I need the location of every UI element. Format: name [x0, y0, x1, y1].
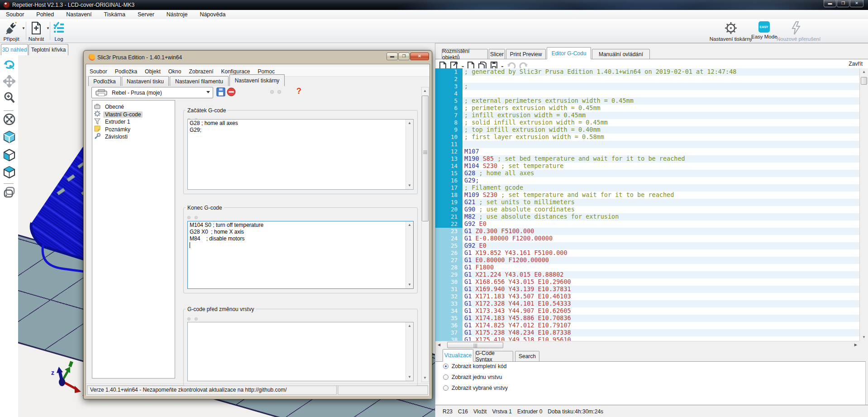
tab-g-code-syntax[interactable]: G-Code Syntax: [475, 351, 513, 362]
iso-view-icon[interactable]: [3, 131, 15, 143]
category-obecn-[interactable]: Obecné: [94, 103, 126, 110]
slic3r-logo-icon: [89, 54, 95, 61]
category-z-vislosti[interactable]: Závislosti: [94, 133, 129, 140]
gcode-textarea[interactable]: M104 S0 ; turn off temperature G28 X0 ; …: [187, 221, 414, 289]
slic3r-tab-nastaven-tisku[interactable]: Nastavení tisku: [122, 76, 169, 86]
log-icon: [52, 21, 65, 35]
slic3r-menu-podložka[interactable]: Podložka: [115, 68, 137, 75]
gcode-textarea[interactable]: G28 ; home all axes G29;▲▼: [187, 119, 414, 190]
rotate-icon[interactable]: [3, 59, 15, 71]
editor-vertical-scrollbar[interactable]: ▲ ▼: [859, 68, 868, 341]
front-view-icon[interactable]: [3, 149, 15, 161]
slic3r-menu-soubor[interactable]: Soubor: [90, 68, 107, 75]
slic3r-menu-objekt[interactable]: Objekt: [145, 68, 161, 75]
connect-button[interactable]: Připojit: [2, 21, 21, 42]
tab-slicer[interactable]: Slicer: [489, 49, 505, 59]
fit-view-icon[interactable]: [3, 113, 15, 125]
settings-category-list[interactable]: ObecnéVlastní G-codeExtruder 1PoznámkyZá…: [92, 100, 175, 379]
slic3r-tab-nastaven-filamentu[interactable]: Nastavení filamentu: [170, 76, 229, 86]
upload-dropdown-arrow[interactable]: ▼: [46, 26, 50, 30]
tab-temperature-curve[interactable]: Teplotní křivka: [29, 44, 68, 55]
menu-item-nástroje[interactable]: Nástroje: [167, 11, 188, 18]
menu-item-soubor[interactable]: Soubor: [6, 11, 24, 18]
radio-zobrazit-kompletn-k-d[interactable]: Zobrazit kompletní kód: [443, 363, 506, 369]
menu-item-nápověda[interactable]: Nápověda: [200, 11, 225, 18]
category-pozn-mky[interactable]: Poznámky: [94, 126, 132, 133]
scroll-right-icon[interactable]: ▶: [854, 343, 857, 347]
slic3r-tab-nastaven-tisk-rny[interactable]: Nastavení tiskárny: [229, 74, 285, 86]
minimize-button[interactable]: ▬: [824, 0, 836, 7]
main-toolbar: Připojit ▼ Nahrát ▼ Log: [0, 19, 868, 43]
funnel-icon: [94, 118, 100, 126]
tab-print-preview[interactable]: Print Preview: [506, 49, 546, 59]
wrench-icon: [94, 133, 100, 141]
tab-3d-view[interactable]: 3D náhled: [1, 44, 28, 55]
code-line: 36G1 X174.825 Y47.012 E10.79107: [435, 322, 859, 329]
printer-settings-button[interactable]: Nastavení tiskárny: [708, 21, 754, 42]
code-line: 25G92 E0: [435, 242, 859, 249]
log-button[interactable]: Log: [51, 21, 67, 42]
printer-preset-select[interactable]: Rebel - Prusa (moje): [91, 87, 213, 98]
code-line: 20G90 ; use absolute coordinates: [435, 206, 859, 213]
slic3r-minimize-button[interactable]: ▬: [386, 53, 398, 60]
help-icon[interactable]: ?: [296, 86, 301, 96]
radio-zobrazit-jednu-vrstvu[interactable]: Zobrazit jednu vrstvu: [443, 374, 502, 380]
slic3r-menu-konfigurace[interactable]: Konfigurace: [221, 68, 250, 75]
tab-manu-ln-ovl-d-n-[interactable]: Manuální ovládání: [592, 49, 650, 59]
emergency-stop-button: Nouzové přerušení: [777, 21, 816, 42]
code-line: 11: [435, 141, 859, 148]
code-line: 16G29;: [435, 177, 859, 184]
menu-item-tiskárna[interactable]: Tiskárna: [104, 11, 125, 18]
radio-zobrazit-vybran-vrstvy[interactable]: Zobrazit vybrané vrstvy: [443, 385, 508, 391]
upload-button[interactable]: Nahrát: [27, 21, 45, 42]
category-vlastn-g-code[interactable]: Vlastní G-code: [94, 111, 143, 118]
tab-rozm-st-n-objekt-[interactable]: Rozmístění objektů: [442, 49, 488, 59]
lightning-icon: [791, 21, 801, 35]
group-dots: [187, 213, 202, 221]
category-extruder-1[interactable]: Extruder 1: [94, 118, 132, 125]
menu-item-server[interactable]: Server: [138, 11, 154, 18]
menu-item-pohled[interactable]: Pohled: [36, 11, 54, 18]
scroll-up-icon[interactable]: ▲: [861, 69, 867, 75]
tab-vizualizace[interactable]: Vizualizace: [443, 349, 473, 362]
gear-icon: [724, 21, 738, 35]
delete-preset-icon[interactable]: [227, 87, 236, 96]
code-line: 14M104 S230 ; set temperature: [435, 163, 859, 170]
gcode-editor[interactable]: 1; generated by Slic3r Prusa Edition 1.4…: [435, 68, 859, 341]
editor-horizontal-scrollbar[interactable]: ◀ ▶: [435, 341, 859, 349]
layers-icon[interactable]: [3, 186, 15, 198]
slic3r-menu-zobrazení[interactable]: Zobrazení: [189, 68, 213, 75]
connect-dropdown-arrow[interactable]: ▼: [22, 26, 25, 30]
zoom-icon[interactable]: [3, 91, 15, 104]
save-preset-icon[interactable]: [216, 87, 225, 96]
scroll-up-icon[interactable]: ▲: [422, 88, 428, 94]
slic3r-window[interactable]: Slic3r Prusa Edition - 1.40.1+win64 ▬ ❐ …: [83, 50, 432, 399]
slic3r-tab-podlo-ka[interactable]: Podložka: [88, 76, 121, 86]
slic3r-maximize-button[interactable]: ❐: [398, 53, 410, 60]
visualization-panel: Zobrazit kompletní kódZobrazit jednu vrs…: [435, 362, 866, 405]
move-icon[interactable]: [3, 75, 15, 87]
tab-editor-g-codu[interactable]: Editor G-Codu: [547, 47, 591, 59]
easy-mode-button[interactable]: EASY Easy Mode: [751, 21, 777, 39]
close-button[interactable]: ✕: [850, 0, 863, 7]
slic3r-close-button[interactable]: ✕: [410, 53, 429, 60]
slic3r-page-scrollbar[interactable]: ▲ ▼: [421, 87, 429, 382]
slic3r-menu-pomoc[interactable]: Pomoc: [258, 68, 275, 75]
close-panel-link[interactable]: Zavřít: [849, 61, 863, 67]
plug-icon: [5, 21, 18, 35]
scroll-left-icon[interactable]: ◀: [438, 343, 440, 347]
tab-search[interactable]: Search: [515, 351, 539, 362]
slic3r-menu-okno[interactable]: Okno: [168, 68, 181, 75]
menu-item-nastavení[interactable]: Nastavení: [66, 11, 91, 18]
window-title: Repetier-Host V2.1.3 - LCD-cover-ORIGINA…: [12, 2, 134, 8]
view-tools: [0, 55, 18, 417]
code-line: 26G1 X19.852 Y43.161 F5100.000: [435, 249, 859, 257]
maximize-button[interactable]: ❐: [837, 0, 849, 7]
group-label: Začátek G-code: [186, 107, 228, 114]
briefcase-icon: [94, 103, 100, 110]
code-line: 3;: [435, 83, 859, 90]
scroll-down-icon[interactable]: ▼: [861, 335, 867, 340]
scroll-down-icon[interactable]: ▼: [422, 375, 428, 381]
top-view-icon[interactable]: [3, 166, 15, 178]
gcode-textarea[interactable]: ▲▼: [187, 322, 414, 381]
